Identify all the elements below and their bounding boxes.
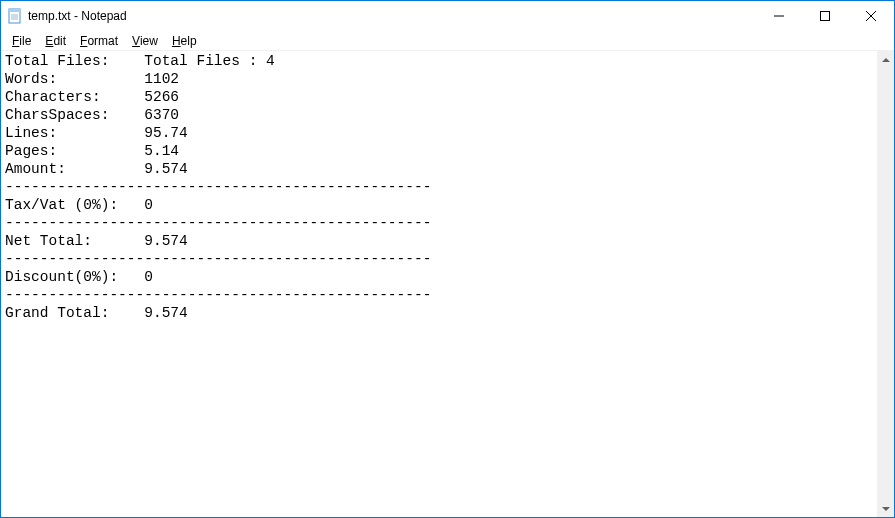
content-area: Total Files: Total Files : 4 Words: 1102…: [1, 51, 894, 517]
notepad-icon: [7, 8, 23, 24]
maximize-button[interactable]: [802, 1, 848, 31]
svg-marker-10: [882, 507, 890, 511]
scroll-up-arrow[interactable]: [877, 51, 894, 68]
window-title: temp.txt - Notepad: [28, 9, 756, 23]
text-editor[interactable]: Total Files: Total Files : 4 Words: 1102…: [1, 51, 894, 517]
menu-help[interactable]: Help: [165, 33, 204, 49]
svg-rect-1: [9, 9, 20, 12]
menu-view[interactable]: View: [125, 33, 165, 49]
minimize-button[interactable]: [756, 1, 802, 31]
menubar: File Edit Format View Help: [1, 31, 894, 51]
svg-marker-9: [882, 58, 890, 62]
close-button[interactable]: [848, 1, 894, 31]
titlebar: temp.txt - Notepad: [1, 1, 894, 31]
menu-edit[interactable]: Edit: [38, 33, 73, 49]
svg-rect-6: [821, 12, 830, 21]
window-controls: [756, 1, 894, 31]
menu-format[interactable]: Format: [73, 33, 125, 49]
menu-file[interactable]: File: [5, 33, 38, 49]
vertical-scrollbar[interactable]: [877, 51, 894, 517]
scroll-down-arrow[interactable]: [877, 500, 894, 517]
